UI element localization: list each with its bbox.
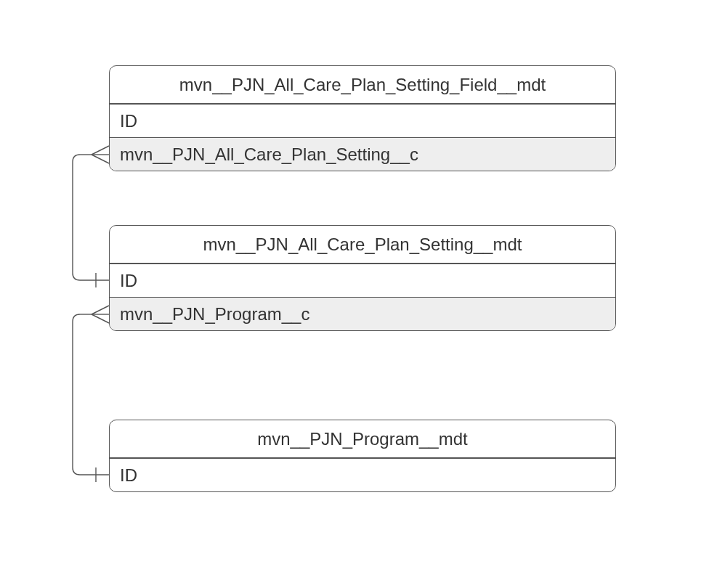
- entity-all-care-plan-setting: mvn__PJN_All_Care_Plan_Setting__mdt ID m…: [109, 225, 616, 331]
- entity-row-fk-all-care-plan-setting: mvn__PJN_All_Care_Plan_Setting__c: [110, 137, 615, 171]
- svg-line-2: [92, 155, 109, 163]
- entity-program: mvn__PJN_Program__mdt ID: [109, 420, 616, 492]
- entity-row-fk-program: mvn__PJN_Program__c: [110, 297, 615, 330]
- entity-header: mvn__PJN_Program__mdt: [110, 420, 615, 458]
- entity-header: mvn__PJN_All_Care_Plan_Setting__mdt: [110, 226, 615, 264]
- svg-line-0: [92, 146, 109, 155]
- entity-row-label: ID: [120, 465, 137, 486]
- entity-header: mvn__PJN_All_Care_Plan_Setting_Field__md…: [110, 66, 615, 104]
- entity-row-id: ID: [110, 104, 615, 137]
- entity-all-care-plan-setting-field: mvn__PJN_All_Care_Plan_Setting_Field__md…: [109, 65, 616, 171]
- svg-line-6: [92, 306, 109, 314]
- entity-row-label: mvn__PJN_Program__c: [120, 304, 309, 324]
- entity-row-id: ID: [110, 264, 615, 297]
- entity-row-label: ID: [120, 111, 137, 131]
- entity-title: mvn__PJN_Program__mdt: [257, 429, 467, 449]
- entity-row-id: ID: [110, 458, 615, 491]
- entity-title: mvn__PJN_All_Care_Plan_Setting__mdt: [203, 234, 522, 255]
- entity-title: mvn__PJN_All_Care_Plan_Setting_Field__md…: [179, 75, 546, 95]
- entity-row-label: ID: [120, 271, 137, 291]
- svg-line-8: [92, 314, 109, 323]
- entity-row-label: mvn__PJN_All_Care_Plan_Setting__c: [120, 144, 418, 165]
